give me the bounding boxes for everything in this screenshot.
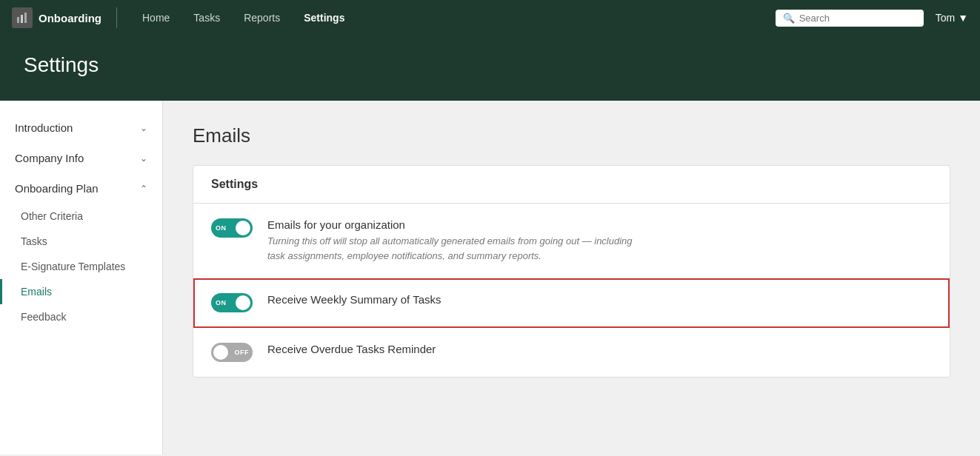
sidebar-section-introduction: Introduction ⌄ [0, 113, 162, 143]
sidebar-section-label-introduction: Introduction [15, 121, 73, 134]
nav-tasks[interactable]: Tasks [183, 7, 230, 28]
user-name: Tom [936, 12, 955, 24]
chevron-down-icon: ⌄ [140, 123, 147, 133]
svg-rect-2 [24, 13, 27, 23]
toggle-knob [236, 221, 250, 235]
toggle-org-emails[interactable]: ON [211, 218, 253, 238]
sidebar-section-onboarding-plan: Onboarding Plan ⌃ Other Criteria Tasks E… [0, 173, 162, 329]
sidebar-section-label-onboarding-plan: Onboarding Plan [15, 182, 99, 195]
settings-item-org-emails-text: Emails for your organization Turning thi… [267, 218, 638, 263]
sidebar-item-other-criteria[interactable]: Other Criteria [0, 204, 162, 229]
user-chevron-icon: ▼ [958, 12, 968, 24]
sidebar-section-company-info: Company Info ⌄ [0, 143, 162, 173]
toggle-org-emails-container: ON [211, 218, 253, 238]
sidebar-item-emails[interactable]: Emails [0, 279, 162, 304]
nav-home[interactable]: Home [132, 7, 180, 28]
chevron-down-icon-company: ⌄ [140, 153, 147, 164]
toggle-overdue-reminder-container: OFF [211, 343, 253, 362]
settings-item-overdue-reminder: OFF Receive Overdue Tasks Reminder [193, 328, 950, 377]
search-box[interactable]: 🔍 [776, 10, 924, 27]
settings-item-overdue-reminder-title: Receive Overdue Tasks Reminder [267, 343, 436, 355]
toggle-on-label-weekly: ON [216, 299, 227, 306]
sidebar-section-header-company-info[interactable]: Company Info ⌄ [0, 143, 162, 173]
settings-item-org-emails-desc: Turning this off will stop all automatic… [267, 234, 638, 263]
toggle-knob-overdue [213, 345, 228, 360]
top-navigation: Onboarding Home Tasks Reports Settings 🔍… [0, 0, 980, 36]
settings-card: Settings ON Emails for your organization… [193, 165, 950, 378]
brand-label: Onboarding [39, 12, 101, 24]
search-icon: 🔍 [783, 13, 795, 24]
settings-item-overdue-reminder-text: Receive Overdue Tasks Reminder [267, 343, 436, 358]
sidebar-section-label-company-info: Company Info [15, 152, 84, 164]
toggle-overdue-reminder[interactable]: OFF [211, 343, 253, 362]
search-input[interactable] [799, 13, 916, 24]
sidebar-section-header-introduction[interactable]: Introduction ⌄ [0, 113, 162, 143]
svg-rect-1 [21, 15, 23, 23]
nav-reports[interactable]: Reports [233, 7, 290, 28]
toggle-weekly-summary[interactable]: ON [211, 293, 253, 312]
nav-settings[interactable]: Settings [293, 7, 355, 28]
content-title: Emails [193, 124, 950, 147]
sidebar-sub-items-onboarding: Other Criteria Tasks E-Signature Templat… [0, 204, 162, 329]
sidebar-item-tasks[interactable]: Tasks [0, 229, 162, 254]
sidebar-item-feedback[interactable]: Feedback [0, 304, 162, 329]
settings-item-weekly-summary: ON Receive Weekly Summary of Tasks [193, 278, 950, 328]
page-header: Settings [0, 36, 980, 101]
chevron-up-icon: ⌃ [140, 184, 147, 194]
settings-item-org-emails: ON Emails for your organization Turning … [193, 204, 950, 278]
settings-card-header: Settings [193, 166, 950, 204]
nav-links: Home Tasks Reports Settings [132, 7, 776, 28]
settings-item-weekly-summary-text: Receive Weekly Summary of Tasks [267, 293, 441, 309]
sidebar: Introduction ⌄ Company Info ⌄ Onboarding… [0, 101, 163, 455]
page-title: Settings [24, 53, 956, 77]
main-layout: Introduction ⌄ Company Info ⌄ Onboarding… [0, 101, 980, 455]
brand[interactable]: Onboarding [12, 7, 117, 28]
settings-item-weekly-summary-title: Receive Weekly Summary of Tasks [267, 293, 441, 306]
toggle-weekly-summary-container: ON [211, 293, 253, 312]
topnav-right: 🔍 Tom ▼ [776, 10, 968, 27]
toggle-off-label: OFF [235, 349, 250, 356]
brand-icon [12, 7, 33, 28]
main-content: Emails Settings ON Emails for your organ… [163, 101, 980, 455]
toggle-knob-weekly [236, 295, 250, 310]
sidebar-item-esignature-templates[interactable]: E-Signature Templates [0, 254, 162, 279]
svg-rect-0 [17, 17, 19, 23]
settings-item-org-emails-title: Emails for your organization [267, 218, 638, 231]
user-menu[interactable]: Tom ▼ [936, 12, 968, 24]
sidebar-section-header-onboarding-plan[interactable]: Onboarding Plan ⌃ [0, 173, 162, 204]
toggle-on-label: ON [216, 224, 227, 232]
